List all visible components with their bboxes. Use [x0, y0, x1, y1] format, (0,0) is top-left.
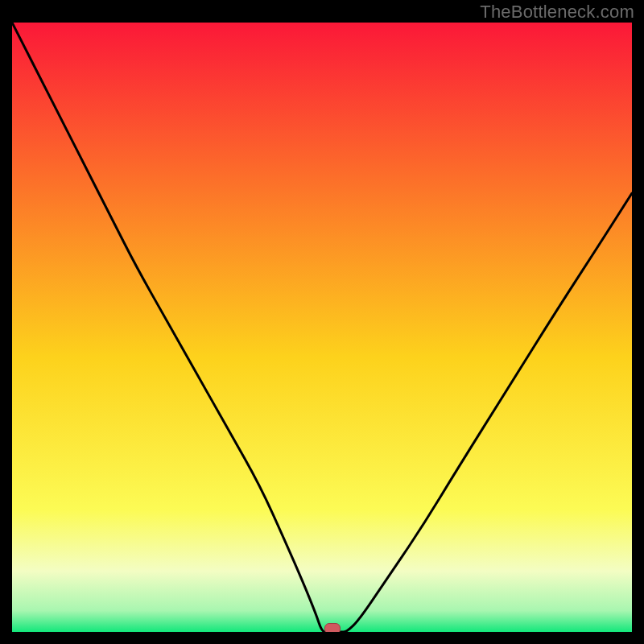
optimum-marker [324, 623, 341, 632]
watermark-text: TheBottleneck.com [480, 2, 634, 23]
plot-svg [12, 23, 632, 632]
gradient-rect [12, 23, 632, 632]
chart-frame: TheBottleneck.com [0, 0, 644, 644]
plot-area [12, 23, 632, 632]
